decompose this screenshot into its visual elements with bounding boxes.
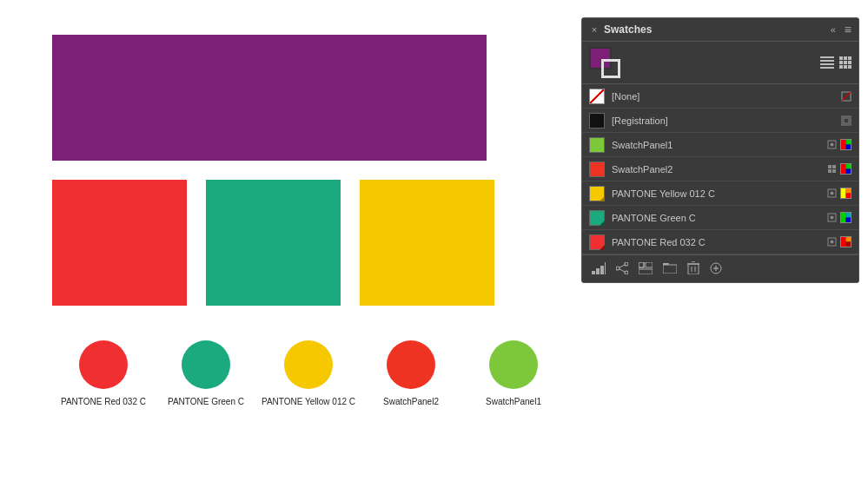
swatch-reg-color [589,113,605,129]
close-button[interactable]: × [589,24,600,35]
svg-rect-34 [846,242,851,247]
svg-rect-12 [846,145,851,150]
swatch-color-wrap-sp2 [589,162,605,177]
svg-rect-46 [639,269,653,274]
sp1-dot-icon [826,139,838,150]
circle-item-teal: PANTONE Green C [155,340,257,407]
yellow-dot-icon [826,188,838,199]
svg-rect-28 [846,213,851,218]
circle-item-red: PANTONE Red 032 C [52,340,155,407]
circle-lime [489,340,538,389]
swatch-row-swatchpanel2[interactable]: SwatchPanel2 [582,157,858,181]
svg-rect-10 [841,140,846,149]
toolbar-right [820,56,851,69]
svg-rect-14 [832,165,836,168]
circle-red [79,340,128,389]
circle-label-yellow: PANTONE Yellow 012 C [262,396,355,407]
swatch-row-pantone-green[interactable]: PANTONE Green C [582,206,858,230]
panel-title-row: × Swatches [589,23,652,36]
swatch-name-green: PANTONE Green C [612,213,826,223]
svg-point-21 [831,192,834,195]
svg-rect-19 [846,169,851,175]
swatch-green-icons [826,212,851,223]
grid-view-button[interactable] [839,56,851,69]
green-square [206,180,341,306]
svg-line-43 [620,269,625,272]
svg-point-31 [831,241,834,244]
swatch-row-none[interactable]: [None] [582,84,858,109]
circle-item-yellow: PANTONE Yellow 012 C [257,340,360,407]
more-options-button[interactable] [707,260,725,278]
swatch-row-swatchpanel1[interactable]: SwatchPanel1 [582,133,858,157]
svg-rect-37 [600,266,604,274]
trash-button[interactable] [685,260,702,278]
library-button[interactable] [589,260,608,278]
circle-yellow [284,340,333,389]
swatch-sp2-color [589,162,605,177]
svg-rect-1 [820,60,834,62]
sp1-color-mode-icon [840,139,851,150]
green-color-mode-icon [840,212,851,223]
svg-point-41 [625,271,628,274]
color-selector-icon[interactable] [589,47,620,78]
collapse-button[interactable]: « [831,24,836,35]
svg-rect-16 [832,169,836,173]
swatch-red-icons [826,236,851,247]
stroke-color-box [601,59,620,78]
svg-rect-18 [846,164,851,169]
swatch-none-color [589,89,605,104]
svg-line-5 [842,92,851,101]
swatch-row-pantone-red[interactable]: PANTONE Red 032 C [582,230,858,254]
swatch-color-wrap-red [589,234,605,250]
swatch-name-yellow: PANTONE Yellow 012 C [612,188,826,199]
swatch-color-wrap-green [589,210,605,226]
swatch-name-registration: [Registration] [612,115,840,126]
folder-button[interactable] [660,260,679,277]
color-circles-row: PANTONE Red 032 C PANTONE Green C PANTON… [52,340,565,407]
svg-point-39 [616,267,620,270]
red-color-mode-icon [840,236,851,247]
swatch-row-registration[interactable]: [Registration] [582,109,858,133]
circle-label-teal: PANTONE Green C [168,396,244,407]
grid-icon [839,56,851,69]
svg-rect-32 [841,237,846,247]
svg-rect-35 [592,271,595,274]
svg-rect-2 [820,63,834,65]
panel-header: × Swatches « ≡ [582,18,858,42]
swatch-sp1-icons [826,139,851,150]
svg-rect-44 [639,262,644,267]
svg-rect-27 [841,213,846,222]
svg-rect-3 [820,67,834,69]
red-dot-icon [826,236,838,247]
svg-rect-0 [820,56,834,58]
circle-teal [182,340,230,389]
svg-line-42 [620,265,625,267]
swatch-name-sp1: SwatchPanel1 [612,140,826,150]
layout-button[interactable] [636,260,655,278]
color-squares-row [52,180,494,306]
swatch-name-red: PANTONE Red 032 C [612,237,826,247]
list-view-button[interactable] [820,56,834,69]
swatch-reg-icons [840,115,851,126]
share-button[interactable] [613,260,631,278]
svg-rect-38 [605,262,606,274]
svg-rect-45 [646,262,653,267]
svg-rect-15 [828,169,832,173]
circle-red2 [387,340,435,389]
yellow-square [360,180,494,306]
svg-rect-17 [841,164,846,174]
green-dot-icon [826,212,838,223]
swatches-panel: × Swatches « ≡ [581,17,859,283]
panel-menu-button[interactable]: ≡ [845,23,851,36]
yellow-color-mode-icon [840,188,851,199]
reg-icon [840,115,851,126]
circle-label-red2: SwatchPanel2 [383,396,439,407]
swatch-name-none: [None] [612,91,840,102]
circle-item-red2: SwatchPanel2 [360,340,462,407]
swatch-sp1-color [589,137,605,153]
panel-footer [582,254,858,282]
pantone-triangle-red [600,245,605,250]
svg-rect-22 [841,188,846,198]
canvas-area: PANTONE Red 032 C PANTONE Green C PANTON… [0,0,547,488]
swatch-row-pantone-yellow[interactable]: PANTONE Yellow 012 C [582,181,858,206]
